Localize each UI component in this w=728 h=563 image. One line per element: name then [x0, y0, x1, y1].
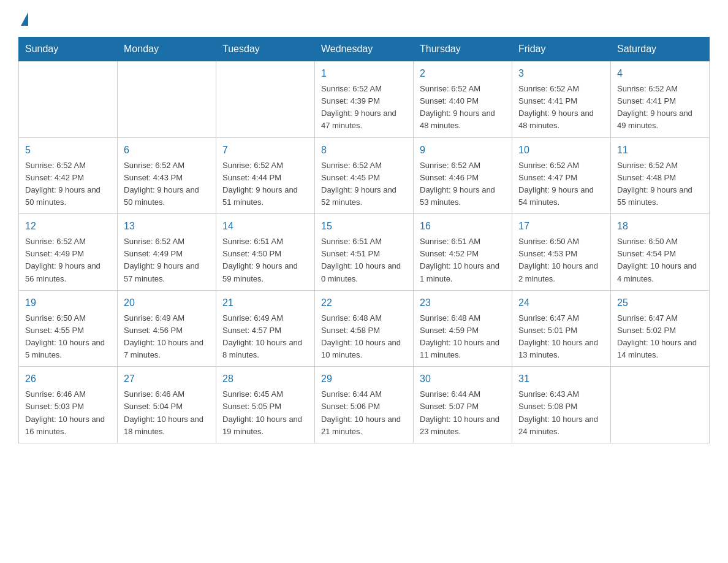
calendar-cell: 29Sunrise: 6:44 AMSunset: 5:06 PMDayligh… [315, 367, 414, 443]
day-info: Sunrise: 6:52 AMSunset: 4:46 PMDaylight:… [420, 159, 506, 209]
calendar-cell: 27Sunrise: 6:46 AMSunset: 5:04 PMDayligh… [118, 367, 216, 443]
calendar-cell [118, 61, 216, 138]
page-header [18, 12, 710, 25]
calendar-cell: 11Sunrise: 6:52 AMSunset: 4:48 PMDayligh… [611, 137, 710, 214]
day-info: Sunrise: 6:52 AMSunset: 4:42 PMDaylight:… [25, 159, 111, 209]
day-number: 21 [222, 296, 308, 310]
week-row-1: 1Sunrise: 6:52 AMSunset: 4:39 PMDaylight… [19, 61, 710, 138]
day-number: 11 [617, 143, 703, 158]
calendar-cell: 28Sunrise: 6:45 AMSunset: 5:05 PMDayligh… [216, 367, 315, 443]
day-info: Sunrise: 6:52 AMSunset: 4:49 PMDaylight:… [124, 236, 210, 285]
calendar-cell: 4Sunrise: 6:52 AMSunset: 4:41 PMDaylight… [611, 61, 710, 138]
day-info: Sunrise: 6:52 AMSunset: 4:41 PMDaylight:… [518, 83, 604, 132]
calendar-cell: 26Sunrise: 6:46 AMSunset: 5:03 PMDayligh… [19, 367, 118, 443]
calendar-header-monday: Monday [118, 37, 216, 61]
calendar-header-saturday: Saturday [611, 37, 710, 61]
day-number: 28 [222, 372, 308, 386]
day-number: 2 [420, 66, 506, 81]
calendar-header-row: SundayMondayTuesdayWednesdayThursdayFrid… [19, 37, 710, 61]
day-info: Sunrise: 6:43 AMSunset: 5:08 PMDaylight:… [518, 388, 604, 438]
day-info: Sunrise: 6:52 AMSunset: 4:41 PMDaylight:… [617, 83, 703, 132]
day-number: 31 [518, 372, 604, 386]
day-info: Sunrise: 6:48 AMSunset: 4:59 PMDaylight:… [420, 312, 506, 362]
week-row-3: 12Sunrise: 6:52 AMSunset: 4:49 PMDayligh… [19, 214, 710, 291]
day-number: 4 [617, 66, 703, 81]
day-number: 17 [518, 219, 604, 234]
day-number: 14 [222, 219, 308, 234]
day-info: Sunrise: 6:52 AMSunset: 4:44 PMDaylight:… [222, 159, 308, 209]
day-number: 5 [25, 143, 111, 158]
day-number: 29 [321, 372, 407, 386]
day-number: 6 [124, 143, 210, 158]
day-info: Sunrise: 6:52 AMSunset: 4:49 PMDaylight:… [25, 236, 111, 285]
calendar-header-thursday: Thursday [414, 37, 512, 61]
week-row-2: 5Sunrise: 6:52 AMSunset: 4:42 PMDaylight… [19, 137, 710, 214]
week-row-4: 19Sunrise: 6:50 AMSunset: 4:55 PMDayligh… [19, 290, 710, 367]
calendar-header-friday: Friday [512, 37, 611, 61]
day-info: Sunrise: 6:45 AMSunset: 5:05 PMDaylight:… [222, 388, 308, 438]
calendar-cell: 6Sunrise: 6:52 AMSunset: 4:43 PMDaylight… [118, 137, 216, 214]
week-row-5: 26Sunrise: 6:46 AMSunset: 5:03 PMDayligh… [19, 367, 710, 443]
calendar-header-wednesday: Wednesday [315, 37, 414, 61]
calendar-cell [19, 61, 118, 138]
calendar-cell: 17Sunrise: 6:50 AMSunset: 4:53 PMDayligh… [512, 214, 611, 291]
calendar-cell: 23Sunrise: 6:48 AMSunset: 4:59 PMDayligh… [414, 290, 512, 367]
day-info: Sunrise: 6:48 AMSunset: 4:58 PMDaylight:… [321, 312, 407, 362]
day-number: 23 [420, 296, 506, 310]
day-info: Sunrise: 6:50 AMSunset: 4:54 PMDaylight:… [617, 236, 703, 285]
day-number: 20 [124, 296, 210, 310]
calendar-cell: 8Sunrise: 6:52 AMSunset: 4:45 PMDaylight… [315, 137, 414, 214]
day-number: 1 [321, 66, 407, 81]
day-info: Sunrise: 6:52 AMSunset: 4:39 PMDaylight:… [321, 83, 407, 132]
day-info: Sunrise: 6:52 AMSunset: 4:45 PMDaylight:… [321, 159, 407, 209]
calendar-cell: 2Sunrise: 6:52 AMSunset: 4:40 PMDaylight… [414, 61, 512, 138]
day-number: 16 [420, 219, 506, 234]
day-info: Sunrise: 6:47 AMSunset: 5:02 PMDaylight:… [617, 312, 703, 362]
day-number: 25 [617, 296, 703, 310]
calendar-cell: 25Sunrise: 6:47 AMSunset: 5:02 PMDayligh… [611, 290, 710, 367]
calendar-cell: 21Sunrise: 6:49 AMSunset: 4:57 PMDayligh… [216, 290, 315, 367]
calendar-cell: 14Sunrise: 6:51 AMSunset: 4:50 PMDayligh… [216, 214, 315, 291]
day-info: Sunrise: 6:51 AMSunset: 4:52 PMDaylight:… [420, 236, 506, 285]
logo [18, 12, 28, 25]
calendar-table: SundayMondayTuesdayWednesdayThursdayFrid… [18, 37, 710, 443]
calendar-cell: 31Sunrise: 6:43 AMSunset: 5:08 PMDayligh… [512, 367, 611, 443]
day-info: Sunrise: 6:50 AMSunset: 4:55 PMDaylight:… [25, 312, 111, 362]
day-info: Sunrise: 6:49 AMSunset: 4:56 PMDaylight:… [124, 312, 210, 362]
day-info: Sunrise: 6:52 AMSunset: 4:48 PMDaylight:… [617, 159, 703, 209]
calendar-cell: 15Sunrise: 6:51 AMSunset: 4:51 PMDayligh… [315, 214, 414, 291]
calendar-cell: 18Sunrise: 6:50 AMSunset: 4:54 PMDayligh… [611, 214, 710, 291]
day-info: Sunrise: 6:52 AMSunset: 4:40 PMDaylight:… [420, 83, 506, 132]
calendar-cell [611, 367, 710, 443]
calendar-cell: 10Sunrise: 6:52 AMSunset: 4:47 PMDayligh… [512, 137, 611, 214]
day-number: 27 [124, 372, 210, 386]
day-info: Sunrise: 6:46 AMSunset: 5:03 PMDaylight:… [25, 388, 111, 438]
calendar-cell: 30Sunrise: 6:44 AMSunset: 5:07 PMDayligh… [414, 367, 512, 443]
calendar-cell: 3Sunrise: 6:52 AMSunset: 4:41 PMDaylight… [512, 61, 611, 138]
calendar-cell: 5Sunrise: 6:52 AMSunset: 4:42 PMDaylight… [19, 137, 118, 214]
day-number: 12 [25, 219, 111, 234]
day-info: Sunrise: 6:46 AMSunset: 5:04 PMDaylight:… [124, 388, 210, 438]
calendar-cell: 16Sunrise: 6:51 AMSunset: 4:52 PMDayligh… [414, 214, 512, 291]
calendar-cell: 12Sunrise: 6:52 AMSunset: 4:49 PMDayligh… [19, 214, 118, 291]
calendar-cell: 24Sunrise: 6:47 AMSunset: 5:01 PMDayligh… [512, 290, 611, 367]
day-number: 26 [25, 372, 111, 386]
day-info: Sunrise: 6:52 AMSunset: 4:43 PMDaylight:… [124, 159, 210, 209]
calendar-cell: 20Sunrise: 6:49 AMSunset: 4:56 PMDayligh… [118, 290, 216, 367]
calendar-cell [216, 61, 315, 138]
day-info: Sunrise: 6:52 AMSunset: 4:47 PMDaylight:… [518, 159, 604, 209]
day-number: 3 [518, 66, 604, 81]
calendar-cell: 1Sunrise: 6:52 AMSunset: 4:39 PMDaylight… [315, 61, 414, 138]
calendar-header-tuesday: Tuesday [216, 37, 315, 61]
day-info: Sunrise: 6:50 AMSunset: 4:53 PMDaylight:… [518, 236, 604, 285]
day-info: Sunrise: 6:47 AMSunset: 5:01 PMDaylight:… [518, 312, 604, 362]
calendar-cell: 7Sunrise: 6:52 AMSunset: 4:44 PMDaylight… [216, 137, 315, 214]
day-info: Sunrise: 6:49 AMSunset: 4:57 PMDaylight:… [222, 312, 308, 362]
logo-triangle-icon [21, 12, 28, 26]
calendar-header-sunday: Sunday [19, 37, 118, 61]
day-info: Sunrise: 6:44 AMSunset: 5:06 PMDaylight:… [321, 388, 407, 438]
day-number: 22 [321, 296, 407, 310]
calendar-cell: 9Sunrise: 6:52 AMSunset: 4:46 PMDaylight… [414, 137, 512, 214]
calendar-cell: 22Sunrise: 6:48 AMSunset: 4:58 PMDayligh… [315, 290, 414, 367]
day-info: Sunrise: 6:51 AMSunset: 4:51 PMDaylight:… [321, 236, 407, 285]
